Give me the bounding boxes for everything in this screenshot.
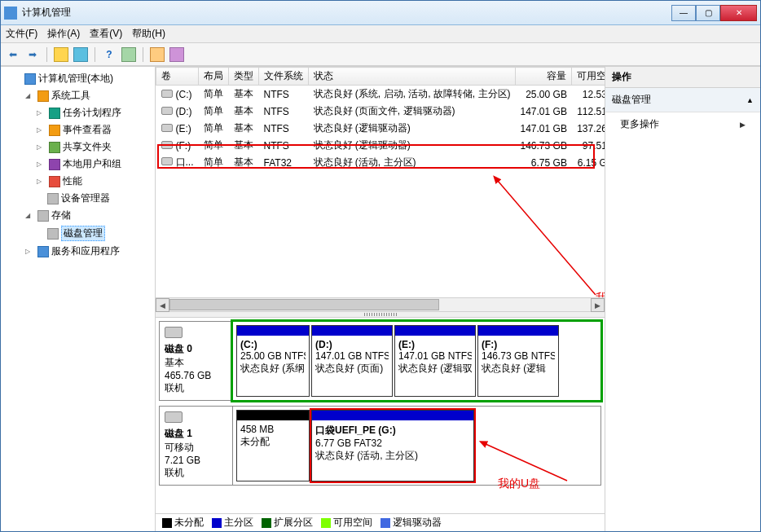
center-pane: 卷 布局 类型 文件系统 状态 容量 可用空 (C:)简单基本NTFS状态良好 … (156, 67, 605, 531)
disk-icon (165, 327, 183, 338)
menu-action[interactable]: 操作(A) (47, 27, 80, 41)
close-button[interactable]: ✕ (720, 5, 757, 21)
separator (143, 47, 143, 62)
table-row[interactable]: (D:)简单基本NTFS状态良好 (页面文件, 逻辑驱动器)147.01 GB1… (156, 103, 605, 120)
disk-info: 磁盘 1可移动7.21 GB联机 (160, 407, 233, 485)
toolbar-icon-1[interactable] (54, 47, 68, 62)
menu-view[interactable]: 查看(V) (90, 27, 122, 41)
scroll-left-button[interactable]: ◀ (156, 298, 169, 312)
disk-info: 磁盘 0基本465.76 GB联机 (160, 322, 233, 400)
partition[interactable]: 口袋UEFI_PE (G:)6.77 GB FAT32状态良好 (活动, 主分区… (311, 410, 474, 481)
legend-label-free: 可用空间 (333, 516, 372, 530)
disk-partitions: (C:)25.00 GB NTFS状态良好 (系纲(D:)147.01 GB N… (233, 322, 600, 400)
tree-disk-management[interactable]: 磁盘管理 (37, 224, 153, 243)
disk-partitions: 458 MB未分配口袋UEFI_PE (G:)6.77 GB FAT32状态良好… (233, 407, 600, 485)
table-row[interactable]: (E:)简单基本NTFS状态良好 (逻辑驱动器)147.01 GB137.26 (156, 120, 605, 137)
tree-root[interactable]: 计算机管理(本地) (14, 70, 153, 87)
actions-section[interactable]: 磁盘管理▲ (605, 88, 760, 112)
legend-label-primary: 主分区 (224, 516, 253, 530)
tree-system-tools[interactable]: 系统工具 (25, 87, 153, 104)
partition[interactable]: (F:)146.73 GB NTFS状态良好 (逻辑 (477, 325, 559, 397)
toolbar (1, 43, 760, 66)
separator (95, 47, 95, 62)
disk-icon (165, 411, 183, 423)
disk-icon (47, 228, 59, 240)
col-status[interactable]: 状态 (309, 68, 516, 86)
drive-icon (161, 124, 173, 132)
tree-pane[interactable]: 计算机管理(本地) 系统工具 任务计划程序 事件查看器 共享文件夹 本地用户和组… (1, 67, 156, 531)
col-volume[interactable]: 卷 (156, 68, 199, 86)
app-icon (4, 7, 17, 20)
highlight-box (157, 144, 595, 169)
titlebar[interactable]: 计算机管理 — ▢ ✕ (1, 1, 760, 25)
forward-button[interactable] (25, 47, 40, 62)
menu-help[interactable]: 帮助(H) (132, 27, 165, 41)
folder-icon (49, 142, 60, 153)
back-button[interactable] (6, 47, 20, 62)
tools-icon (37, 90, 49, 102)
body: 计算机管理(本地) 系统工具 任务计划程序 事件查看器 共享文件夹 本地用户和组… (1, 66, 760, 531)
table-row[interactable]: (C:)简单基本NTFS状态良好 (系统, 启动, 活动, 故障转储, 主分区)… (156, 86, 605, 103)
actions-more[interactable]: 更多操作 (605, 112, 760, 136)
splitter[interactable] (156, 311, 605, 318)
toolbar-icon-5[interactable] (169, 47, 184, 62)
perf-icon (49, 176, 60, 187)
actions-header: 操作 (605, 67, 760, 88)
tree-device-manager[interactable]: 设备管理器 (37, 190, 153, 207)
tree-storage[interactable]: 存储 (25, 207, 153, 224)
legend-label-extended: 扩展分区 (274, 516, 313, 530)
disk-graphic-panel[interactable]: 磁盘 0基本465.76 GB联机(C:)25.00 GB NTFS状态良好 (… (156, 318, 605, 513)
actions-pane: 操作 磁盘管理▲ 更多操作 (605, 67, 760, 531)
volume-table-wrap[interactable]: 卷 布局 类型 文件系统 状态 容量 可用空 (C:)简单基本NTFS状态良好 … (156, 67, 605, 297)
partition[interactable]: 458 MB未分配 (236, 410, 310, 481)
scroll-right-button[interactable]: ▶ (591, 298, 605, 312)
tree-task-scheduler[interactable]: 任务计划程序 (37, 104, 153, 121)
help-icon[interactable] (102, 47, 117, 62)
partition[interactable]: (D:)147.01 GB NTFS状态良好 (页面) (311, 325, 393, 397)
legend-swatch-extended (262, 518, 271, 528)
legend-swatch-unallocated (162, 518, 172, 528)
storage-icon (37, 210, 49, 222)
drive-icon (161, 90, 173, 98)
maximize-button[interactable]: ▢ (696, 5, 720, 21)
horizontal-scrollbar[interactable]: ◀ ▶ (156, 297, 605, 311)
toolbar-icon-2[interactable] (73, 47, 88, 62)
disk-row[interactable]: 磁盘 1可移动7.21 GB联机458 MB未分配口袋UEFI_PE (G:)6… (159, 406, 601, 486)
disk-row[interactable]: 磁盘 0基本465.76 GB联机(C:)25.00 GB NTFS状态良好 (… (159, 321, 601, 401)
legend-swatch-free (321, 518, 331, 528)
legend-swatch-logical (380, 518, 390, 528)
window-frame: 计算机管理 — ▢ ✕ 文件(F) 操作(A) 查看(V) 帮助(H) 计算机管… (0, 0, 761, 532)
col-fs[interactable]: 文件系统 (259, 68, 309, 86)
device-icon (47, 193, 59, 204)
toolbar-icon-3[interactable] (121, 47, 136, 62)
legend-label-unallocated: 未分配 (174, 516, 204, 530)
scheduler-icon (49, 108, 60, 119)
tree-shared-folders[interactable]: 共享文件夹 (37, 138, 153, 156)
users-icon (49, 159, 60, 170)
drive-icon (161, 107, 173, 115)
col-type[interactable]: 类型 (229, 68, 259, 86)
col-layout[interactable]: 布局 (199, 68, 229, 86)
tree-performance[interactable]: 性能 (37, 173, 153, 190)
services-icon (37, 246, 49, 257)
partition[interactable]: (E:)147.01 GB NTFS状态良好 (逻辑驭 (394, 325, 476, 397)
window-title: 计算机管理 (22, 6, 671, 20)
computer-icon (24, 73, 36, 85)
partition[interactable]: (C:)25.00 GB NTFS状态良好 (系纲 (236, 325, 310, 397)
scroll-thumb[interactable] (169, 299, 439, 310)
tree-local-users[interactable]: 本地用户和组 (37, 156, 153, 173)
menubar: 文件(F) 操作(A) 查看(V) 帮助(H) (1, 25, 760, 43)
toolbar-icon-4[interactable] (150, 47, 165, 62)
col-free[interactable]: 可用空 (572, 68, 605, 86)
tree-event-viewer[interactable]: 事件查看器 (37, 121, 153, 138)
svg-line-0 (498, 181, 596, 295)
tree-services-apps[interactable]: 服务和应用程序 (25, 243, 153, 260)
legend: 未分配 主分区 扩展分区 可用空间 逻辑驱动器 (156, 513, 605, 531)
minimize-button[interactable]: — (671, 5, 696, 21)
legend-label-logical: 逻辑驱动器 (393, 516, 442, 530)
annotation-arrow-1 (490, 173, 604, 295)
legend-swatch-primary (212, 518, 222, 528)
separator (46, 47, 47, 62)
menu-file[interactable]: 文件(F) (6, 27, 37, 41)
col-capacity[interactable]: 容量 (516, 68, 572, 86)
